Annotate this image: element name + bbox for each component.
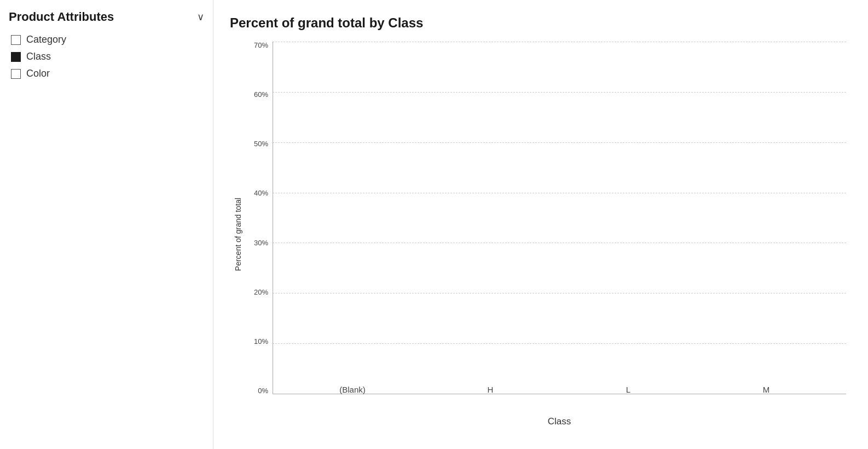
sidebar: Product Attributes ∨ Category Class Colo… (0, 0, 213, 449)
y-tick-60: 60% (246, 91, 273, 98)
y-tick-50: 50% (246, 140, 273, 147)
y-axis-label-container: Percent of grand total (230, 42, 246, 427)
chart-inner: 0% 10% 20% 30% 40% 50% 60% 70% (246, 42, 846, 427)
y-tick-40: 40% (246, 189, 273, 197)
y-axis-label: Percent of grand total (234, 198, 242, 271)
sidebar-item-label-category: Category (26, 34, 66, 45)
sidebar-item-category[interactable]: Category (11, 34, 204, 45)
bar-group-m: M (717, 381, 815, 394)
y-tick-10: 10% (246, 338, 273, 345)
sidebar-title: Product Attributes (9, 10, 114, 24)
sidebar-item-class[interactable]: Class (11, 51, 204, 62)
sidebar-header: Product Attributes ∨ (9, 10, 204, 24)
bar-label-m: M (763, 385, 770, 394)
chart-area: Percent of grand total by Class Percent … (213, 0, 868, 449)
y-tick-0: 0% (246, 387, 273, 394)
sidebar-item-label-color: Color (26, 68, 50, 79)
class-checkbox[interactable] (11, 52, 21, 62)
bar-label-h: H (488, 385, 494, 394)
chevron-down-icon[interactable]: ∨ (197, 11, 204, 23)
category-checkbox[interactable] (11, 35, 21, 45)
bar-group-h: H (441, 381, 540, 394)
y-axis: 0% 10% 20% 30% 40% 50% 60% 70% (246, 42, 273, 411)
bar-label-blank: (Blank) (339, 385, 366, 394)
bars-area: (Blank) H L M (273, 42, 846, 411)
bar-label-l: L (626, 385, 630, 394)
x-axis-label-row: Class (273, 411, 846, 427)
bar-group-l: L (579, 381, 678, 394)
sidebar-item-color[interactable]: Color (11, 68, 204, 79)
sidebar-item-label-class: Class (26, 51, 51, 62)
color-checkbox[interactable] (11, 69, 21, 79)
chart-plot: 0% 10% 20% 30% 40% 50% 60% 70% (246, 42, 846, 411)
y-tick-30: 30% (246, 239, 273, 246)
y-tick-20: 20% (246, 289, 273, 296)
chart-title: Percent of grand total by Class (230, 15, 846, 31)
sidebar-items-list: Category Class Color (9, 34, 204, 79)
x-axis-label: Class (548, 416, 571, 427)
y-tick-70: 70% (246, 42, 273, 49)
chart-container: Percent of grand total 0% 10% 20% 30% 40… (230, 42, 846, 427)
bar-group-blank: (Blank) (303, 381, 402, 394)
bars-row: (Blank) H L M (273, 42, 846, 394)
